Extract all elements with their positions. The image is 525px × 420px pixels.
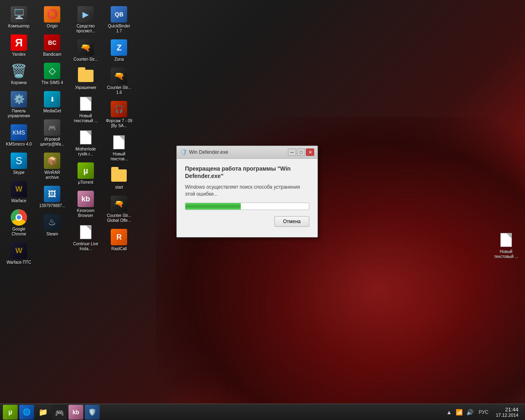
taskbar-icon-defender[interactable]: 🛡️ xyxy=(85,405,100,420)
taskbar-icon-explorer[interactable]: 📁 xyxy=(36,405,50,420)
desktop-icon-continue[interactable]: Continue Live Insta... xyxy=(71,222,100,253)
steam-label: Steam xyxy=(46,232,58,237)
taskbar-icon-utorrent[interactable]: µ xyxy=(3,405,18,420)
steam-icon: ♨ xyxy=(44,214,60,231)
desktop-icon-start[interactable]: start xyxy=(104,165,134,192)
progress-bar-container xyxy=(185,203,309,210)
taskbar-icon-kino[interactable]: kb xyxy=(68,405,83,420)
gamecenter-icon: 🎮 xyxy=(44,119,60,136)
dialog-heading: Прекращена работа программы "Win Defende… xyxy=(185,165,309,180)
sims4-icon: ◇ xyxy=(44,63,60,79)
panel-icon: ⚙️ xyxy=(11,91,27,107)
dialog-titlebar: 🛡️ Win Defender.exe ─ □ ✕ xyxy=(177,146,317,159)
newtext2-label: Новый текстов... xyxy=(105,152,132,162)
desktop-icon-raidcall[interactable]: R RaidCall xyxy=(104,227,134,253)
kms-icon: KMS xyxy=(11,124,27,141)
progress-bar-fill xyxy=(185,203,241,210)
csgo-icon: 🔫 xyxy=(78,39,94,56)
desktop-icon-sims4[interactable]: ◇ The SIMS 4 xyxy=(37,61,67,87)
desktop-icon-kinoroom[interactable]: kb Kinoroom Browser xyxy=(71,189,100,220)
quickbinder-label: QuickBinder 1.7 xyxy=(105,24,132,34)
sredstvo-icon: ▶ xyxy=(78,6,94,23)
desktop-icon-origin[interactable]: ⭕ Origin xyxy=(37,4,67,31)
desktop-icon-utorrent[interactable]: µ μTorrent xyxy=(71,160,100,187)
taskbar-right: ▲ 📶 🔊 РУС 21:44 17.12.2014 xyxy=(445,406,525,418)
taskbar-icon-game[interactable] xyxy=(52,405,67,420)
desktop-icon-skype[interactable]: S Skype xyxy=(4,151,34,177)
icon-column-1: 🖥️ Компьютер Я Yandex 🗑️ Корзина ⚙️ Пане… xyxy=(4,4,34,269)
dialog-body: Прекращена работа программы "Win Defende… xyxy=(177,159,317,237)
computer-label: Компьютер xyxy=(8,24,30,29)
continue-icon xyxy=(78,224,94,240)
quickbinder-icon: QB xyxy=(111,6,127,23)
chrome-label: Google Chrome xyxy=(5,227,32,237)
desktop-icon-winrar[interactable]: 📦 WinRAR archive xyxy=(37,151,67,182)
cs16-icon: 🔫 xyxy=(111,68,127,84)
bandicam-icon: BC xyxy=(44,34,60,51)
desktop-icon-quickbinder[interactable]: QB QuickBinder 1.7 xyxy=(104,4,134,36)
warface-label: Warface xyxy=(11,199,27,203)
continue-label: Continue Live Insta... xyxy=(72,242,99,251)
desktop-icon-trash[interactable]: 🗑️ Корзина xyxy=(4,61,34,87)
desktop-icon-zona[interactable]: Z Zona xyxy=(104,37,134,64)
raidcall-icon: R xyxy=(111,229,127,245)
desktop-icon-csgo[interactable]: 🔫 Counter-Str... xyxy=(71,37,100,64)
photo-icon: 🖼 xyxy=(44,186,60,202)
forza-label: Форсаж 7 - 09 [By SA... xyxy=(105,119,132,128)
desktop-icon-1397[interactable]: 🖼 1397979887... xyxy=(37,184,67,210)
desktop-icon-forza[interactable]: 🎧 Форсаж 7 - 09 [By SA... xyxy=(104,99,134,130)
desktop-icon-kms[interactable]: KMS KMSmicro 4.0 xyxy=(4,122,34,149)
desktop-icon-warface-pts[interactable]: W Warface ПТС xyxy=(4,240,34,267)
tray-volume[interactable]: 🔊 xyxy=(465,409,475,415)
newtext-right-label: Новый текстовый ... xyxy=(493,249,520,259)
origin-icon: ⭕ xyxy=(44,6,60,23)
dialog-message: Windows осуществляет поиск способа устра… xyxy=(185,184,309,198)
language-indicator[interactable]: РУС xyxy=(477,409,491,415)
desktop-icon-newtext1[interactable]: Новый текстовый ... xyxy=(71,94,100,126)
desktop-icon-mediaget[interactable]: ⬇ MediaGet xyxy=(37,89,67,116)
tray-expand[interactable]: ▲ xyxy=(445,409,453,415)
desktop-icon-ukrasheniye[interactable]: Украшение xyxy=(71,66,100,92)
zona-icon: Z xyxy=(111,39,127,56)
taskbar-icon-web[interactable]: 🌐 xyxy=(19,405,34,420)
dialog-title: Win Defender.exe xyxy=(189,149,287,155)
desktop-icon-yandex[interactable]: Я Yandex xyxy=(4,32,34,59)
win-defender-dialog: 🛡️ Win Defender.exe ─ □ ✕ Прекращена раб… xyxy=(176,146,318,237)
dialog-maximize-button[interactable]: □ xyxy=(297,148,305,156)
ukrasheniye-icon xyxy=(78,68,94,84)
clock-date: 17.12.2014 xyxy=(496,413,518,418)
zona-label: Zona xyxy=(114,57,124,62)
tray-network[interactable]: 📶 xyxy=(454,409,464,415)
system-clock[interactable]: 21:44 17.12.2014 xyxy=(493,406,522,418)
dialog-minimize-button[interactable]: ─ xyxy=(288,148,296,156)
utorrent-label: μTorrent xyxy=(78,180,93,185)
newtext1-icon xyxy=(78,96,94,112)
sims4-label: The SIMS 4 xyxy=(41,80,63,85)
desktop-icon-chrome[interactable]: Google Chrome xyxy=(4,207,34,239)
chrome-icon xyxy=(11,209,27,226)
origin-label: Origin xyxy=(47,24,58,29)
cancel-button[interactable]: Отмена xyxy=(274,216,309,227)
start-label: start xyxy=(115,185,123,190)
desktop-icon-motherlode[interactable]: Motherlode ryslik.r... xyxy=(71,127,100,159)
dialog-close-button[interactable]: ✕ xyxy=(306,148,314,156)
bandicam-label: Bandicam xyxy=(43,52,61,57)
desktop-icon-newtext-right[interactable]: Новый текстовый ... xyxy=(491,230,521,261)
desktop: 🖥️ Компьютер Я Yandex 🗑️ Корзина ⚙️ Пане… xyxy=(0,0,525,404)
desktop-icon-newtext2[interactable]: Новый текстов... xyxy=(104,132,134,164)
kinoroom-label: Kinoroom Browser xyxy=(72,208,99,218)
trash-label: Корзина xyxy=(11,80,27,85)
utorrent-icon: µ xyxy=(78,162,94,179)
desktop-icon-steam[interactable]: ♨ Steam xyxy=(37,212,67,239)
desktop-icon-csglobal[interactable]: 🔫 Counter-Str... Global Offe... xyxy=(104,194,134,225)
warface-pts-icon: W xyxy=(11,242,27,259)
desktop-icon-panel[interactable]: ⚙️ Панель управления xyxy=(4,89,34,121)
desktop-icon-warface[interactable]: W Warface xyxy=(4,179,34,205)
desktop-icon-computer[interactable]: 🖥️ Компьютер xyxy=(4,4,34,31)
desktop-icon-bandicam[interactable]: BC Bandicam xyxy=(37,32,67,59)
desktop-icon-gamecenter[interactable]: 🎮 Игровой центр@Ma... xyxy=(37,117,67,149)
yandex-label: Yandex xyxy=(12,52,25,57)
desktop-icon-sredstvo[interactable]: ▶ Средство просмот... xyxy=(71,4,100,36)
desktop-icon-cs16[interactable]: 🔫 Counter-Str... 1.6 xyxy=(104,66,134,97)
photo-label: 1397979887... xyxy=(39,203,65,208)
